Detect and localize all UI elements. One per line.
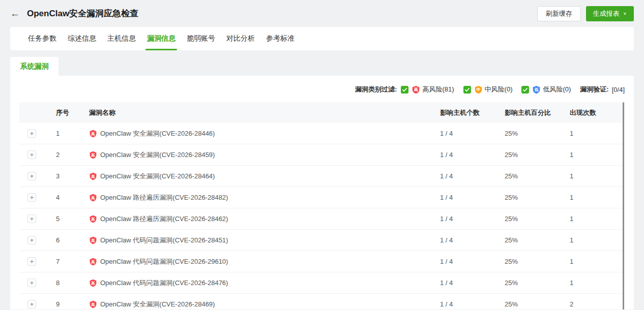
svg-text:中: 中	[476, 87, 480, 92]
affected-percent: 25%	[505, 236, 570, 244]
severity-high-icon: 高	[89, 194, 97, 202]
severity-high-icon: 高	[89, 130, 97, 138]
severity-high-icon: 高	[89, 172, 97, 180]
subtab-system-vuln[interactable]: 系统漏洞	[10, 57, 58, 76]
vuln-name-cell: 高OpenClaw 路径遍历漏洞(CVE-2026-28462)	[89, 214, 440, 224]
expand-row-button[interactable]: +	[27, 150, 36, 159]
expand-row-button[interactable]: +	[27, 300, 36, 308]
table-row: +4高OpenClaw 路径遍历漏洞(CVE-2026-28482)1 / 42…	[19, 187, 625, 208]
vuln-name: OpenClaw 代码问题漏洞(CVE-2026-28451)	[100, 236, 228, 245]
row-index: 5	[56, 215, 89, 223]
occurrence-count: 1	[570, 130, 625, 137]
affected-hosts: 1 / 4	[440, 151, 505, 159]
chevron-down-icon: ∨	[623, 11, 627, 16]
vuln-name: OpenClaw 路径遍历漏洞(CVE-2026-28462)	[100, 214, 228, 224]
tab-host-info[interactable]: 主机信息	[107, 27, 136, 50]
filter-option-low: 低低风险(0)	[521, 85, 571, 94]
generate-report-label: 生成报表	[593, 9, 620, 18]
table-row: +5高OpenClaw 路径遍历漏洞(CVE-2026-28462)1 / 42…	[19, 208, 625, 230]
generate-report-button[interactable]: 生成报表 ∨	[586, 6, 634, 21]
column-header-3: 影响主机个数	[440, 108, 505, 117]
affected-percent: 25%	[505, 172, 570, 180]
tab-vuln-info[interactable]: 漏洞信息	[147, 27, 176, 50]
refresh-cache-button[interactable]: 刷新缓存	[537, 6, 581, 21]
shield-medium-icon: 中	[474, 85, 483, 94]
occurrence-count: 1	[570, 194, 625, 201]
table-row: +7高OpenClaw 代码问题漏洞(CVE-2026-29610)1 / 42…	[19, 251, 625, 272]
vuln-name-cell: 高OpenClaw 代码问题漏洞(CVE-2026-28476)	[89, 278, 440, 288]
vuln-name-cell: 高OpenClaw 代码问题漏洞(CVE-2026-28451)	[89, 236, 440, 245]
affected-hosts: 1 / 4	[440, 172, 505, 180]
table-body: +1高OpenClaw 安全漏洞(CVE-2026-28446)1 / 425%…	[19, 123, 625, 309]
tab-weak-accounts[interactable]: 脆弱账号	[186, 27, 216, 50]
svg-text:高: 高	[91, 259, 95, 264]
affected-percent: 25%	[505, 258, 570, 265]
svg-text:高: 高	[91, 195, 95, 200]
occurrence-count: 1	[570, 172, 625, 180]
affected-percent: 25%	[505, 194, 570, 201]
severity-high-icon: 高	[89, 151, 97, 159]
vuln-name: OpenClaw 路径遍历漏洞(CVE-2026-28482)	[100, 193, 228, 202]
vuln-name: OpenClaw 安全漏洞(CVE-2026-28464)	[100, 172, 215, 181]
expand-row-button[interactable]: +	[27, 193, 36, 202]
severity-high-icon: 高	[89, 236, 97, 244]
tab-bar: 任务参数综述信息主机信息漏洞信息脆弱账号对比分析参考标准	[10, 27, 634, 50]
svg-text:高: 高	[414, 87, 419, 92]
tab-reference-standard[interactable]: 参考标准	[266, 27, 295, 50]
header-actions: 刷新缓存 生成报表 ∨	[537, 6, 634, 21]
occurrence-count: 1	[570, 258, 625, 265]
tab-summary-info[interactable]: 综述信息	[67, 27, 97, 50]
vuln-name: OpenClaw 安全漏洞(CVE-2026-28459)	[100, 150, 215, 160]
shield-high-icon: 高	[412, 85, 420, 94]
svg-text:高: 高	[91, 216, 95, 221]
vuln-name: OpenClaw 代码问题漏洞(CVE-2026-29610)	[100, 257, 228, 266]
affected-hosts: 1 / 4	[440, 279, 505, 287]
column-header-2: 漏洞名称	[89, 108, 440, 117]
expand-row-button[interactable]: +	[27, 278, 36, 287]
row-index: 4	[56, 194, 89, 201]
vuln-name-cell: 高OpenClaw 安全漏洞(CVE-2026-28446)	[89, 129, 440, 138]
occurrence-count: 2	[570, 300, 625, 308]
tab-task-params[interactable]: 任务参数	[27, 27, 57, 50]
checkbox-low-checked[interactable]	[521, 86, 529, 94]
page: ← OpenClaw安全漏洞应急检查 刷新缓存 生成报表 ∨ 任务参数综述信息主…	[0, 0, 644, 309]
row-index: 9	[56, 300, 89, 308]
row-index: 8	[56, 279, 89, 287]
column-header-1: 序号	[56, 108, 89, 117]
vuln-name: OpenClaw 安全漏洞(CVE-2026-28446)	[100, 129, 215, 138]
table-scrollbar[interactable]	[623, 102, 624, 309]
affected-percent: 25%	[505, 215, 570, 223]
svg-text:高: 高	[91, 174, 95, 178]
row-index: 7	[56, 258, 89, 265]
svg-text:高: 高	[91, 302, 95, 306]
vuln-name-cell: 高OpenClaw 路径遍历漏洞(CVE-2026-28482)	[89, 193, 440, 202]
occurrence-count: 1	[570, 279, 625, 287]
affected-percent: 25%	[505, 300, 570, 308]
content-panel: 漏洞类别过滤: 高高风险(81)中中风险(0)低低风险(0) 漏洞验证: [0/…	[10, 76, 634, 309]
vuln-name-cell: 高OpenClaw 代码问题漏洞(CVE-2026-29610)	[89, 257, 440, 266]
checkbox-medium-checked[interactable]	[463, 86, 471, 94]
expand-row-button[interactable]: +	[27, 257, 36, 266]
table-header-row: 序号漏洞名称影响主机个数影响主机百分比出现次数	[19, 102, 625, 123]
expand-row-button[interactable]: +	[27, 129, 36, 138]
filter-options: 高高风险(81)中中风险(0)低低风险(0)	[401, 85, 580, 94]
expand-row-button[interactable]: +	[27, 172, 36, 180]
row-index: 1	[56, 130, 89, 137]
vuln-name: OpenClaw 代码问题漏洞(CVE-2026-28476)	[100, 278, 228, 288]
svg-text:高: 高	[91, 152, 95, 157]
back-arrow-icon[interactable]: ←	[10, 9, 20, 18]
checkbox-high-checked[interactable]	[401, 86, 408, 94]
svg-text:高: 高	[91, 281, 95, 285]
expand-row-button[interactable]: +	[27, 236, 36, 244]
occurrence-count: 1	[570, 236, 625, 244]
table-row: +8高OpenClaw 代码问题漏洞(CVE-2026-28476)1 / 42…	[19, 272, 625, 294]
row-index: 2	[56, 151, 89, 159]
severity-high-icon: 高	[89, 279, 97, 287]
affected-hosts: 1 / 4	[440, 194, 505, 201]
svg-text:高: 高	[91, 238, 95, 242]
shield-low-icon: 低	[532, 85, 541, 94]
svg-text:低: 低	[534, 87, 539, 92]
tab-compare-analysis[interactable]: 对比分析	[226, 27, 255, 50]
expand-row-button[interactable]: +	[27, 214, 36, 223]
affected-hosts: 1 / 4	[440, 130, 505, 137]
